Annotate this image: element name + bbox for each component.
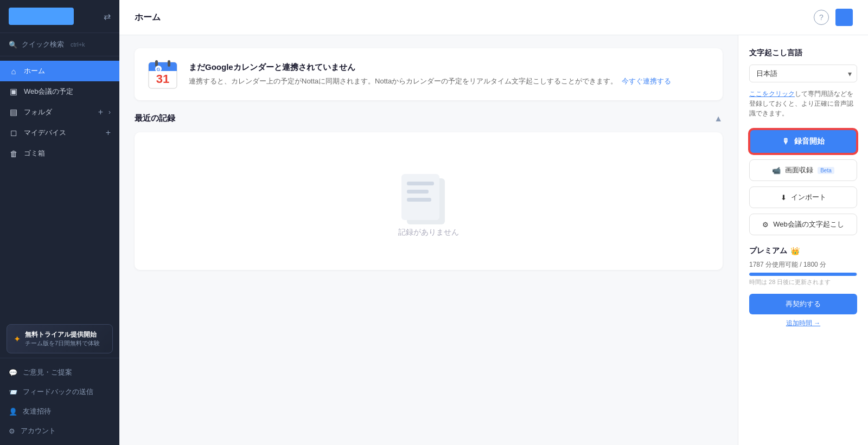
sidebar-item-label-my-device: マイデバイス	[24, 128, 100, 138]
content-area: 31 G まだGoogleカレンダーと連携されていません 連携すると、カレンダー…	[119, 35, 738, 445]
sidebar-item-web-meeting[interactable]: ▣ Web会議の予定	[0, 81, 119, 102]
web-meeting-icon: ⚙	[762, 221, 769, 229]
trial-icon: ✦	[14, 334, 21, 344]
invite-label: 友達招待	[23, 407, 51, 416]
opinion-label: ご意見・ご提案	[23, 367, 72, 377]
premium-minutes: 1787 分使用可能 / 1800 分	[749, 260, 857, 269]
recent-section-header: 最近の記録 ▲	[135, 113, 723, 124]
add-time-link[interactable]: 追加時間 →	[749, 319, 857, 328]
premium-section: プレミアム 👑 1787 分使用可能 / 1800 分 時間は 28 日後に更新…	[749, 246, 857, 328]
gcal-desc: 連携すると、カレンダー上の予定がNottaに同期されます。Nottaからカレンダ…	[189, 76, 710, 87]
sidebar-item-my-device[interactable]: ◻ マイデバイス +	[0, 122, 119, 143]
search-shortcut: ctrl+k	[71, 41, 85, 48]
quick-search-button[interactable]: 🔍 クイック検索 ctrl+k	[0, 33, 119, 56]
screen-icon: 📹	[772, 166, 781, 175]
beta-badge: Beta	[818, 167, 834, 174]
gcal-text: まだGoogleカレンダーと連携されていません 連携すると、カレンダー上の予定が…	[189, 62, 710, 87]
folder-add-icon[interactable]: +	[98, 107, 103, 117]
sidebar-item-feedback[interactable]: 📨 フィードバックの送信	[0, 382, 119, 402]
sidebar-item-opinion[interactable]: 💬 ご意見・ご提案	[0, 363, 119, 382]
sidebar-item-folder[interactable]: ▤ フォルダ + ›	[0, 102, 119, 122]
crown-icon: 👑	[790, 247, 800, 255]
sidebar-item-label-home: ホーム	[24, 66, 111, 76]
gcal-title: まだGoogleカレンダーと連携されていません	[189, 62, 710, 73]
vocab-link-anchor[interactable]: ここをクリック	[749, 90, 795, 98]
renew-button[interactable]: 再契約する	[749, 294, 857, 314]
recent-section-title: 最近の記録	[135, 113, 175, 124]
doc-line-1	[407, 182, 434, 185]
main-header: ホーム ?	[119, 0, 868, 35]
gcal-desc-text: 連携すると、カレンダー上の予定がNottaに同期されます。Nottaからカレンダ…	[189, 77, 617, 85]
language-select[interactable]: 日本語 English	[749, 65, 857, 82]
svg-rect-5	[168, 60, 170, 67]
trial-banner[interactable]: ✦ 無料トライアル提供開始 チーム版を7日間無料で体験	[7, 324, 113, 353]
invite-icon: 👤	[9, 408, 17, 416]
search-icon: 🔍	[9, 41, 17, 49]
device-add-icon[interactable]: +	[106, 128, 111, 138]
empty-text: 記録がありません	[398, 228, 459, 237]
sidebar-item-trash[interactable]: 🗑 ゴミ箱	[0, 143, 119, 164]
transcription-title: 文字起こし言語	[749, 48, 857, 58]
app-logo[interactable]	[9, 8, 74, 25]
web-meeting-transcription-button[interactable]: ⚙ Web会議の文字起こし	[749, 214, 857, 235]
doc-line-3	[407, 198, 431, 202]
web-meeting-button-label: Web会議の文字起こし	[773, 220, 844, 229]
help-button[interactable]: ?	[814, 10, 829, 25]
avatar[interactable]	[835, 9, 853, 26]
sidebar: ⇄ 🔍 クイック検索 ctrl+k ⌂ ホーム ▣ Web会議の予定 ▤ フォル…	[0, 0, 119, 445]
trash-icon: 🗑	[9, 149, 18, 158]
gcal-icon: 31 G	[148, 59, 178, 89]
feedback-icon: 📨	[9, 388, 17, 396]
doc-front	[401, 174, 439, 220]
account-label: アカウント	[21, 426, 56, 436]
record-button-label: 録音開始	[794, 137, 825, 146]
right-panel: 文字起こし言語 日本語 English ▾ ここをクリックして専門用語などを登録…	[738, 35, 868, 445]
premium-title: プレミアム 👑	[749, 246, 857, 256]
help-icon: ?	[819, 13, 824, 22]
premium-label: プレミアム	[749, 246, 787, 256]
progress-bar	[749, 273, 857, 276]
doc-line-2	[407, 190, 429, 194]
page-title: ホーム	[135, 12, 161, 23]
svg-text:G: G	[156, 67, 160, 72]
mic-icon: 🎙	[782, 137, 790, 146]
screen-button-label: 画面収録	[785, 165, 813, 175]
gcal-banner: 31 G まだGoogleカレンダーと連携されていません 連携すると、カレンダー…	[135, 48, 723, 100]
import-button-label: インポート	[791, 192, 826, 202]
sidebar-item-label-folder: フォルダ	[24, 107, 93, 117]
empty-state: 記録がありません	[135, 132, 723, 270]
folder-icon: ▤	[9, 107, 18, 117]
language-select-wrapper[interactable]: 日本語 English ▾	[749, 65, 857, 82]
folder-expand-icon[interactable]: ›	[108, 108, 111, 116]
sidebar-item-label-web-meeting: Web会議の予定	[24, 87, 111, 96]
sidebar-item-label-trash: ゴミ箱	[24, 149, 111, 158]
empty-illustration	[401, 165, 456, 219]
svg-rect-4	[155, 60, 158, 67]
main-body: 31 G まだGoogleカレンダーと連携されていません 連携すると、カレンダー…	[119, 35, 868, 445]
progress-note: 時間は 28 日後に更新されます	[749, 278, 857, 286]
gcal-link[interactable]: 今すぐ連携する	[622, 77, 671, 85]
device-icon: ◻	[9, 128, 18, 138]
import-icon: ⬇	[781, 194, 787, 202]
header-actions: ?	[814, 9, 853, 26]
sidebar-item-invite[interactable]: 👤 友達招待	[0, 402, 119, 421]
trial-subtitle: チーム版を7日間無料で体験	[25, 339, 106, 347]
feedback-label: フィードバックの送信	[23, 387, 93, 397]
section-toggle-icon[interactable]: ▲	[714, 114, 723, 124]
sidebar-collapse-icon[interactable]: ⇄	[104, 11, 111, 22]
vocab-link-text: ここをクリックして専門用語などを登録しておくと、より正確に音声認識できます。	[749, 89, 857, 118]
account-icon: ⚙	[9, 427, 15, 435]
screen-capture-button[interactable]: 📹 画面収録 Beta	[749, 159, 857, 181]
svg-text:31: 31	[156, 72, 169, 86]
opinion-icon: 💬	[9, 369, 17, 377]
home-icon: ⌂	[9, 67, 18, 76]
calendar-icon: ▣	[9, 87, 18, 96]
sidebar-item-home[interactable]: ⌂ ホーム	[0, 61, 119, 81]
sidebar-logo-area: ⇄	[0, 0, 119, 33]
sidebar-bottom: 💬 ご意見・ご提案 📨 フィードバックの送信 👤 友達招待 ⚙ アカウント	[0, 358, 119, 445]
sidebar-item-account[interactable]: ⚙ アカウント	[0, 421, 119, 441]
record-start-button[interactable]: 🎙 録音開始	[749, 129, 857, 154]
import-button[interactable]: ⬇ インポート	[749, 186, 857, 208]
main-area: ホーム ?	[119, 0, 868, 445]
search-label: クイック検索	[22, 40, 64, 49]
